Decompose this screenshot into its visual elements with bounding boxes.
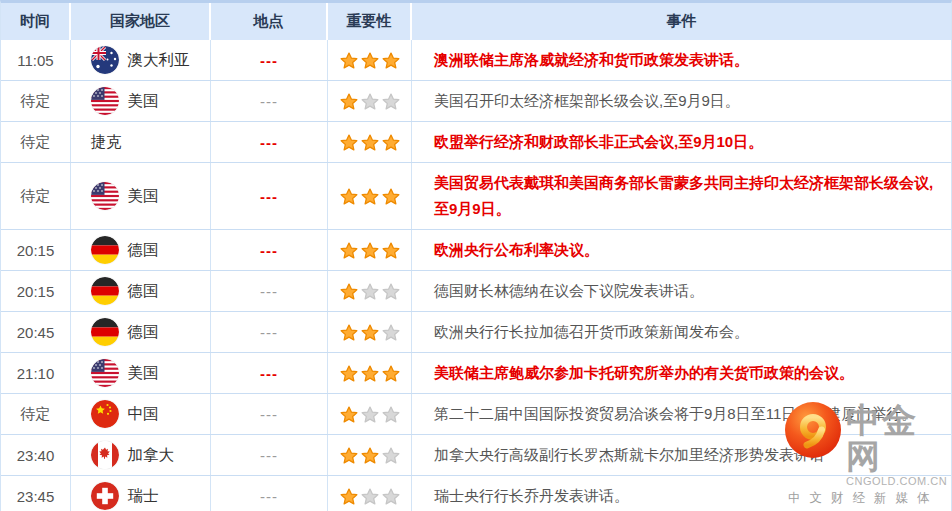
location-cell: ---	[211, 230, 328, 270]
country-cell: 美国	[71, 81, 211, 121]
time-cell: 20:45	[1, 312, 71, 352]
event-text: 加拿大央行高级副行长罗杰斯就卡尔加里经济形势发表讲话	[412, 435, 951, 475]
flag-us-icon	[91, 182, 119, 210]
location-cell: ---	[211, 122, 328, 162]
table-header-row: 时间 国家地区 地点 重要性 事件	[1, 3, 951, 40]
importance-stars	[340, 406, 400, 423]
country-name: 美国	[128, 186, 159, 207]
flag-cn-icon	[91, 400, 119, 428]
star-icon	[340, 365, 358, 382]
star-icon	[340, 406, 358, 423]
importance-stars	[340, 52, 400, 69]
star-icon	[361, 365, 379, 382]
star-icon	[340, 188, 358, 205]
time-cell: 20:15	[1, 271, 71, 311]
country-name: 捷克	[91, 132, 122, 153]
table-row: 23:40加拿大---加拿大央行高级副行长罗杰斯就卡尔加里经济形势发表讲话	[1, 435, 951, 476]
importance-cell	[328, 394, 412, 434]
country-cell: 德国	[71, 271, 211, 311]
location-cell: ---	[211, 81, 328, 121]
importance-cell	[328, 122, 412, 162]
time-cell: 21:10	[1, 353, 71, 393]
importance-stars	[340, 93, 400, 110]
importance-cell	[328, 230, 412, 270]
column-header-country: 国家地区	[71, 3, 211, 40]
star-icon	[340, 52, 358, 69]
economic-calendar-table: 时间 国家地区 地点 重要性 事件 11:05澳大利亚---澳洲联储主席洛威就经…	[0, 0, 952, 511]
event-text: 美国召开印太经济框架部长级会议,至9月9日。	[412, 81, 951, 121]
column-header-importance: 重要性	[328, 3, 412, 40]
table-row: 待定中国---第二十二届中国国际投资贸易洽谈会将于9月8日至11日在福建厦门举行…	[1, 394, 951, 435]
star-icon	[340, 324, 358, 341]
star-icon	[340, 283, 358, 300]
importance-stars	[340, 488, 400, 505]
table-body: 11:05澳大利亚---澳洲联储主席洛威就经济和货币政策发表讲话。待定美国---…	[1, 40, 951, 511]
flag-de-icon	[91, 236, 119, 264]
flag-us-icon	[91, 87, 119, 115]
star-icon	[361, 324, 379, 341]
star-icon	[382, 188, 400, 205]
star-icon	[340, 134, 358, 151]
table-row: 待定美国---美国召开印太经济框架部长级会议,至9月9日。	[1, 81, 951, 122]
importance-stars	[340, 188, 400, 205]
flag-au-icon	[91, 46, 119, 74]
country-cell: 德国	[71, 312, 211, 352]
event-text: 美国贸易代表戴琪和美国商务部长雷蒙多共同主持印太经济框架部长级会议,至9月9日。	[412, 163, 951, 229]
importance-cell	[328, 81, 412, 121]
star-icon	[382, 52, 400, 69]
time-cell: 待定	[1, 122, 71, 162]
event-text: 美联储主席鲍威尔参加卡托研究所举办的有关货币政策的会议。	[412, 353, 951, 393]
star-icon	[361, 134, 379, 151]
event-text: 欧盟举行经济和财政部长非正式会议,至9月10日。	[412, 122, 951, 162]
importance-cell	[328, 476, 412, 511]
location-cell: ---	[211, 353, 328, 393]
importance-stars	[340, 242, 400, 259]
star-icon	[361, 52, 379, 69]
location-cell: ---	[211, 435, 328, 475]
column-header-location: 地点	[211, 3, 328, 40]
star-icon	[382, 447, 400, 464]
importance-cell	[328, 312, 412, 352]
country-cell: 澳大利亚	[71, 40, 211, 80]
country-name: 德国	[128, 240, 159, 261]
importance-cell	[328, 435, 412, 475]
star-icon	[382, 134, 400, 151]
country-cell: 加拿大	[71, 435, 211, 475]
country-name: 加拿大	[128, 445, 175, 466]
event-text: 澳洲联储主席洛威就经济和货币政策发表讲话。	[412, 40, 951, 80]
table-row: 21:10美国---美联储主席鲍威尔参加卡托研究所举办的有关货币政策的会议。	[1, 353, 951, 394]
importance-cell	[328, 40, 412, 80]
importance-stars	[340, 324, 400, 341]
table-row: 20:15德国---德国财长林德纳在议会下议院发表讲话。	[1, 271, 951, 312]
table-row: 20:15德国---欧洲央行公布利率决议。	[1, 230, 951, 271]
star-icon	[340, 242, 358, 259]
star-icon	[340, 93, 358, 110]
location-cell: ---	[211, 394, 328, 434]
location-cell: ---	[211, 40, 328, 80]
country-name: 美国	[128, 91, 159, 112]
star-icon	[361, 406, 379, 423]
column-header-event: 事件	[412, 3, 951, 40]
table-row: 11:05澳大利亚---澳洲联储主席洛威就经济和货币政策发表讲话。	[1, 40, 951, 81]
star-icon	[361, 283, 379, 300]
event-text: 欧洲央行公布利率决议。	[412, 230, 951, 270]
location-cell: ---	[211, 312, 328, 352]
table-row: 待定捷克---欧盟举行经济和财政部长非正式会议,至9月10日。	[1, 122, 951, 163]
flag-ch-icon	[91, 482, 119, 510]
country-name: 德国	[128, 281, 159, 302]
star-icon	[382, 406, 400, 423]
country-name: 瑞士	[128, 486, 159, 507]
country-cell: 捷克	[71, 122, 211, 162]
event-text: 瑞士央行行长乔丹发表讲话。	[412, 476, 951, 511]
time-cell: 23:40	[1, 435, 71, 475]
country-name: 美国	[128, 363, 159, 384]
star-icon	[361, 242, 379, 259]
table-row: 23:45瑞士---瑞士央行行长乔丹发表讲话。	[1, 476, 951, 511]
country-name: 澳大利亚	[128, 50, 190, 71]
star-icon	[382, 242, 400, 259]
event-text: 德国财长林德纳在议会下议院发表讲话。	[412, 271, 951, 311]
flag-ca-icon	[91, 441, 119, 469]
star-icon	[361, 188, 379, 205]
country-name: 德国	[128, 322, 159, 343]
time-cell: 11:05	[1, 40, 71, 80]
